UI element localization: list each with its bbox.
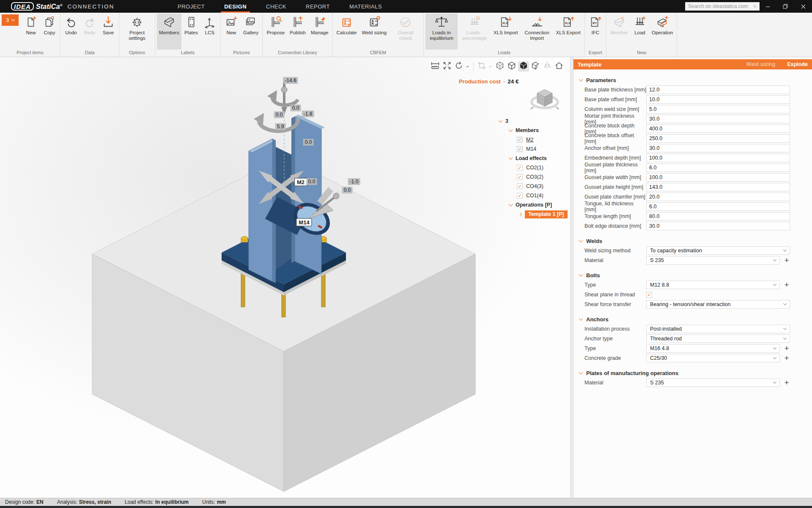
tree-item-m14[interactable]: ✓M14 — [499, 144, 570, 154]
checkbox-co3-2[interactable]: ✓ — [517, 174, 523, 180]
select-concrete-grade[interactable]: C25/30 — [646, 354, 780, 362]
explode-button[interactable]: Explode — [787, 61, 808, 67]
ribbon-button-load[interactable]: Load — [631, 14, 649, 50]
checkbox-co2-1[interactable]: ✓ — [517, 165, 523, 171]
chevron-down-icon[interactable] — [499, 118, 503, 122]
checkbox-co4-3[interactable]: ✓ — [517, 183, 523, 189]
measure-button[interactable] — [430, 61, 441, 72]
tree-section-members[interactable]: Members — [499, 126, 570, 135]
panel-splitter[interactable] — [570, 57, 573, 498]
ribbon-button-connection-import[interactable]: Connection Import — [521, 14, 553, 50]
checkbox-m2[interactable]: ✓ — [517, 137, 523, 143]
tree-item-template-1-p[interactable]: Template 1 [P] — [499, 210, 570, 219]
select-installation-process[interactable]: Post-installed — [646, 325, 790, 333]
input-bolt-edge-distance-mm[interactable] — [646, 222, 790, 230]
ribbon-button-save[interactable]: Save — [99, 14, 117, 50]
chevron-down-icon[interactable] — [509, 202, 513, 206]
input-concrete-block-offset-mm[interactable] — [646, 134, 790, 143]
chevron-down-icon[interactable] — [579, 77, 583, 81]
menu-tab-design[interactable]: DESIGN — [224, 0, 247, 13]
tree-section-operations-p[interactable]: Operations [P] — [499, 200, 570, 210]
solid-view-button[interactable] — [518, 61, 529, 72]
select-type[interactable]: M12 8.8 — [646, 281, 780, 289]
ribbon-button-new[interactable]: New — [22, 14, 40, 50]
chevron-down-icon[interactable] — [579, 272, 583, 276]
ribbon-button-ifc[interactable]: IFCIFC — [587, 14, 604, 50]
chevron-down-icon[interactable] — [509, 155, 513, 160]
section-header-parameters[interactable]: Parameters — [573, 75, 812, 85]
add-concrete-grade-button[interactable]: + — [783, 355, 790, 362]
chevron-down-icon[interactable] — [579, 370, 583, 374]
view-cube[interactable] — [528, 84, 562, 114]
chevron-down-icon[interactable] — [579, 316, 583, 320]
ribbon-button-publish[interactable]: Publish — [288, 14, 308, 50]
input-guset-plate-chamfer-mm[interactable] — [646, 193, 790, 201]
tree-item-co2-1[interactable]: ✓CO2(1) — [499, 163, 570, 172]
ribbon-button-xls-import[interactable]: XLSXLS Import — [491, 14, 520, 50]
select-anchor-type[interactable]: Threaded rod — [646, 334, 790, 343]
ribbon-button-members[interactable]: Members — [157, 14, 181, 50]
input-base-plate-thickness-mm[interactable] — [646, 86, 790, 94]
minimize-button[interactable] — [759, 0, 776, 13]
zoom-fit-button[interactable] — [442, 61, 453, 72]
rotate-view-dropdown[interactable] — [465, 61, 471, 72]
checkbox-m14[interactable]: ✓ — [517, 146, 523, 152]
ribbon-button-propose[interactable]: Propose — [264, 14, 287, 50]
add-material-button[interactable]: + — [783, 379, 790, 386]
add-type-button[interactable]: + — [783, 282, 790, 288]
input-gusset-plate-width-mm[interactable] — [646, 173, 790, 182]
checkbox-shear-plane-in-thread[interactable]: ✓ — [646, 292, 652, 298]
wireframe-view-button[interactable] — [494, 61, 505, 72]
tree-item-m2[interactable]: ✓M2 — [499, 135, 570, 144]
ribbon-button-weld-sizing[interactable]: Weld sizing — [359, 14, 389, 50]
weld-sizing-button[interactable]: Weld sizing — [746, 61, 776, 67]
section-header-anchors[interactable]: Anchors — [573, 315, 812, 324]
input-embedment-depth-mm[interactable] — [646, 154, 790, 162]
home-view-button[interactable] — [554, 61, 565, 72]
ribbon-button-copy[interactable]: Copy — [41, 14, 58, 50]
select-weld-sizing-method[interactable]: To capacity estimation — [646, 246, 790, 255]
tree-item-co4-3[interactable]: ✓CO4(3) — [499, 182, 570, 191]
ribbon-button-undo[interactable]: Undo — [62, 14, 80, 50]
select-material[interactable]: S 235 — [646, 256, 780, 265]
input-base-plate-offset-mm[interactable] — [646, 95, 790, 104]
ribbon-button-plates[interactable]: Plates — [182, 14, 200, 50]
input-column-weld-size-mm[interactable] — [646, 105, 790, 113]
chevron-down-icon[interactable] — [509, 127, 513, 132]
chevron-right-icon[interactable] — [518, 212, 522, 216]
input-tongue-length-mm[interactable] — [646, 212, 790, 221]
rotate-view-button[interactable] — [453, 61, 464, 72]
close-button[interactable] — [794, 0, 812, 13]
add-type-button[interactable]: + — [783, 345, 790, 352]
ribbon-button-new[interactable]: New — [222, 14, 240, 50]
add-material-button[interactable]: + — [783, 257, 790, 264]
tree-item-co3-2[interactable]: ✓CO3(2) — [499, 172, 570, 182]
search-input[interactable] — [688, 3, 754, 9]
input-gusset-plate-thickness-mm[interactable] — [646, 163, 790, 172]
menu-tab-check[interactable]: CHECK — [266, 0, 286, 13]
member-label-m14[interactable]: M14 — [296, 218, 312, 226]
input-anchor-offset-mm[interactable] — [646, 144, 790, 152]
select-material[interactable]: S 235 — [646, 378, 780, 387]
tree-root[interactable]: 3 — [499, 116, 570, 126]
select-type[interactable]: M16 4.8 — [646, 344, 780, 353]
ribbon-button-manage[interactable]: Manage — [309, 14, 331, 50]
input-concrete-block-depth-mm[interactable] — [646, 124, 790, 133]
input-tongue-lid-thickness-mm[interactable] — [646, 202, 790, 211]
ribbon-button-operation[interactable]: Operation — [650, 14, 675, 50]
input-gusset-plate-height-mm[interactable] — [646, 183, 790, 191]
menu-tab-report[interactable]: REPORT — [306, 0, 330, 13]
select-shear-force-transfer[interactable]: Bearing - tension/shear interaction — [646, 300, 790, 309]
checkbox-co1-4[interactable]: ✓ — [517, 193, 523, 199]
menu-tab-materials[interactable]: MATERIALS — [349, 0, 382, 13]
menu-tab-project[interactable]: PROJECT — [178, 0, 205, 13]
chevron-down-icon[interactable] — [579, 238, 583, 242]
section-header-welds[interactable]: Welds — [573, 236, 812, 246]
section-header-plates-of-manufacturing-operations[interactable]: Plates of manufacturing operations — [573, 368, 812, 378]
tree-section-load-effects[interactable]: Load effects — [499, 154, 570, 163]
ribbon-button-project-settings[interactable]: Project settings — [121, 14, 153, 50]
ribbon-button-gallery[interactable]: Gallery — [241, 14, 261, 50]
ribbon-button-loads-in-equilibrium[interactable]: Loads in equilibrium — [425, 14, 458, 50]
restore-button[interactable] — [776, 0, 794, 13]
input-mortar-joint-thickness-mm[interactable] — [646, 115, 790, 123]
